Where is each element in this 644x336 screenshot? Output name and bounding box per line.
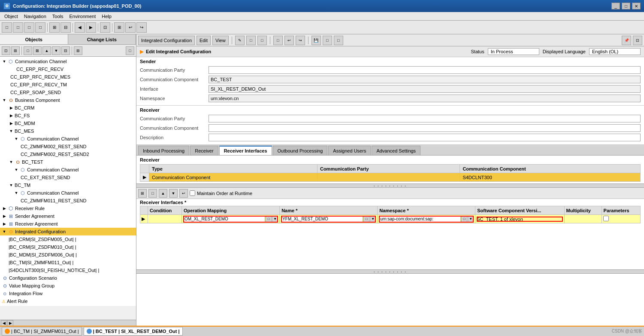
- tree-bc-mdm[interactable]: ▶ BC_MDM: [0, 119, 136, 127]
- toolbar-btn-6[interactable]: ⊟: [60, 22, 71, 33]
- lt-btn-6[interactable]: ▼: [52, 46, 60, 55]
- recv-party-input[interactable]: [209, 115, 641, 122]
- tree-bc-tm-comm[interactable]: ▼ ⬡ Communication Channel: [0, 189, 136, 197]
- bottom-tab-bc-tm[interactable]: | BC_TM | SI_ZMMFM011_Out |: [2, 327, 82, 336]
- bt-btn-down[interactable]: ▼: [169, 189, 178, 198]
- bottom-tab-bc-test[interactable]: | BC_TEST | SI_XL_REST_DEMO_Out |: [84, 327, 183, 336]
- left-scroll-left[interactable]: ◀: [1, 320, 7, 326]
- tree-alert-rule[interactable]: ⚠ Alert Rule: [0, 297, 136, 305]
- expand-integrated-config[interactable]: ▼: [2, 229, 7, 234]
- toolbar-btn-4[interactable]: □: [35, 22, 45, 33]
- lt-btn-collapse[interactable]: □: [126, 46, 134, 55]
- toolbar-btn-7[interactable]: ⊡: [100, 22, 110, 33]
- ic-menu-btn[interactable]: Integrated Configuration: [138, 36, 195, 45]
- recv-description-input[interactable]: [209, 134, 641, 141]
- toolbar-btn-5[interactable]: ⊞: [49, 22, 60, 33]
- menu-tools[interactable]: Tools: [50, 13, 66, 20]
- expand-bc-tm-comm[interactable]: ▼: [14, 190, 19, 195]
- expand-comm[interactable]: ▼: [2, 59, 7, 64]
- menu-help[interactable]: Help: [99, 13, 114, 20]
- expand-bc-mes[interactable]: ▼: [9, 128, 14, 134]
- lt-btn-1[interactable]: ⊡: [2, 46, 10, 55]
- lt-btn-4[interactable]: ⊠: [33, 46, 42, 55]
- rt-btn-3[interactable]: □: [257, 36, 267, 45]
- toolbar-btn-3[interactable]: □: [24, 22, 34, 33]
- expand-bc-tm[interactable]: ▼: [9, 183, 14, 188]
- expand-bc-fs[interactable]: ▶: [9, 113, 14, 118]
- maximize-btn[interactable]: □: [622, 3, 630, 9]
- rt-btn-2[interactable]: □: [246, 36, 256, 45]
- tab-advanced-settings[interactable]: Advanced Settings: [372, 146, 420, 155]
- op-mapping-input[interactable]: [183, 216, 265, 223]
- toolbar-btn-2[interactable]: □: [13, 22, 23, 33]
- tree-cc-erp-rfc-recv-tm[interactable]: CC_ERP_RFC_RECV_TM: [0, 81, 136, 89]
- tree-bc-test-comm[interactable]: ▼ ⬡ Communication Channel: [0, 166, 136, 174]
- tree-comm-channel[interactable]: ▼ ⬡ Communication Channel: [0, 58, 136, 65]
- tree-config-scenario[interactable]: ⊙ Configuration Scenario: [0, 274, 136, 282]
- rt-btn-6[interactable]: ↪: [296, 36, 305, 45]
- name-lookup-btn[interactable]: □: [363, 216, 369, 223]
- menu-object[interactable]: Object: [2, 13, 21, 20]
- lt-btn-7[interactable]: ⊟: [61, 46, 70, 55]
- tree-ic-bc-tm-1[interactable]: |BC_TM|SI_ZMMFM011_Out| |: [0, 259, 136, 266]
- tree-bc-mes-comm[interactable]: ▼ ⬡ Communication Channel: [0, 135, 136, 143]
- expand-sender-agreement[interactable]: ▶: [2, 214, 7, 219]
- name-input[interactable]: [281, 216, 363, 223]
- menu-environment[interactable]: Environment: [67, 13, 98, 20]
- toolbar-forward[interactable]: ▶: [86, 22, 96, 33]
- tab-objects[interactable]: Objects: [0, 34, 68, 44]
- bt-btn-1[interactable]: ⊞: [138, 189, 147, 198]
- tab-outbound-processing[interactable]: Outbound Processing: [273, 146, 328, 155]
- tree-value-mapping[interactable]: ⊙ Value Mapping Group: [0, 282, 136, 290]
- tree-bc-crm[interactable]: ▶ BC_CRM: [0, 104, 136, 112]
- close-btn[interactable]: ✕: [632, 3, 641, 9]
- left-scroll-right[interactable]: ▶: [7, 320, 13, 326]
- tab-assigned-users[interactable]: Assigned Users: [328, 146, 371, 155]
- tree-business-component[interactable]: ▼ ⊙ Business Component: [0, 96, 136, 104]
- expand-bc-mdm[interactable]: ▶: [9, 121, 14, 126]
- expand-recv-agreement[interactable]: ▶: [2, 221, 7, 226]
- toolbar-back[interactable]: ◀: [75, 22, 85, 33]
- sender-component-input[interactable]: [209, 76, 641, 83]
- tree-cc-erp-soap-send[interactable]: CC_ERP_SOAP_SEND: [0, 89, 136, 96]
- lt-btn-5[interactable]: ▲: [42, 46, 51, 55]
- expand-recv-rule[interactable]: ▶: [2, 206, 7, 211]
- tree-bc-fs[interactable]: ▶ BC_FS: [0, 112, 136, 119]
- rt-btn-pin[interactable]: 📌: [622, 36, 631, 45]
- tree-cc-ext-rest-send[interactable]: CC_EXT_REST_SEND: [0, 174, 136, 181]
- maintain-order-checkbox[interactable]: [190, 190, 195, 196]
- tab-receiver-interfaces[interactable]: Receiver Interfaces: [219, 146, 272, 155]
- rt-btn-7[interactable]: 💾: [311, 36, 321, 45]
- tree-cc-zmmfm011[interactable]: CC_ZMMFM011_REST_SEND: [0, 197, 136, 205]
- splitter[interactable]: • • • • • • • • •: [136, 183, 644, 188]
- rt-btn-expand[interactable]: ⊡: [633, 36, 642, 45]
- namespace-lookup-btn[interactable]: □: [461, 216, 467, 223]
- expand-bc-mes-comm[interactable]: ▼: [14, 136, 19, 141]
- toolbar-btn-8[interactable]: ⊞: [114, 22, 124, 33]
- tree-integrated-config[interactable]: ▼ ⊙ Integrated Configuration: [0, 228, 136, 235]
- tree-cc-erp-rfc-recv-mes[interactable]: CC_ERP_RFC_RECV_MES: [0, 73, 136, 81]
- name-arrow-btn[interactable]: ▼: [370, 216, 376, 223]
- tree-bc-mes[interactable]: ▼ BC_MES: [0, 127, 136, 135]
- op-mapping-lookup-btn[interactable]: □: [266, 216, 272, 223]
- tab-receiver[interactable]: Receiver: [190, 146, 218, 155]
- tree-ic-s4dclnt-1[interactable]: |S4DCLNT300|SI_FEISHU_NOTICE_Out| |: [0, 266, 136, 274]
- tab-change-lists[interactable]: Change Lists: [68, 34, 136, 44]
- bottom-splitter[interactable]: • • • • • • • • •: [136, 269, 644, 274]
- tree-ic-bc-crm-1[interactable]: |BC_CRM|SI_ZSDFM005_Out| |: [0, 235, 136, 243]
- ri-table-row[interactable]: ▶ □ ▼: [140, 215, 641, 223]
- toolbar-btn-9[interactable]: ↩: [125, 22, 136, 33]
- op-mapping-arrow-btn[interactable]: ▼: [272, 216, 278, 223]
- lt-btn-3[interactable]: □: [24, 46, 32, 55]
- tree-bc-test[interactable]: ▼ ⊙ BC_TEST: [0, 158, 136, 166]
- recv-component-input[interactable]: [209, 124, 641, 132]
- expand-business[interactable]: ▼: [2, 98, 7, 103]
- tree-receiver-rule[interactable]: ▶ ⬡ Receiver Rule: [0, 205, 136, 212]
- edit-menu-btn[interactable]: Edit: [197, 36, 211, 45]
- tree-bc-tm[interactable]: ▼ BC_TM: [0, 181, 136, 189]
- expand-bc-test[interactable]: ▼: [9, 159, 14, 165]
- view-menu-btn[interactable]: View: [212, 36, 229, 45]
- bt-btn-3[interactable]: ↩: [179, 189, 188, 198]
- namespace-input[interactable]: [379, 216, 461, 223]
- tree-receiver-agreement[interactable]: ▶ ⊞ Receiver Agreement: [0, 220, 136, 228]
